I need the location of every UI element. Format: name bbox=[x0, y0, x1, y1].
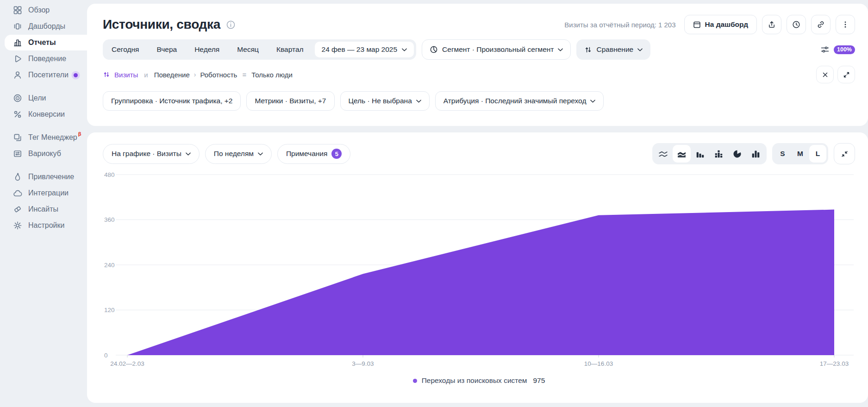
sidebar-item-label: Привлечение bbox=[28, 173, 74, 181]
sidebar-item-tag-manager[interactable]: Тег Менеджерβ bbox=[5, 130, 87, 145]
filter-actions bbox=[816, 66, 855, 83]
period-tab[interactable]: Месяц bbox=[228, 39, 268, 60]
compare-chip[interactable]: Сравнение bbox=[576, 39, 650, 60]
period-tab[interactable]: Квартал bbox=[268, 39, 312, 60]
notes-count-badge: 5 bbox=[331, 149, 342, 159]
sidebar-item-attraction[interactable]: Привлечение bbox=[5, 169, 87, 185]
history-button[interactable] bbox=[787, 15, 806, 34]
attraction-icon bbox=[13, 172, 22, 182]
conversions-icon bbox=[13, 110, 22, 119]
chevron-down-icon bbox=[186, 152, 191, 156]
sidebar-item-variocube[interactable]: Вариокуб bbox=[5, 146, 87, 162]
area-chart-svg: 012024036048024.02—2.033—9.0310—16.0317—… bbox=[103, 171, 855, 370]
column-chart-type-button[interactable] bbox=[747, 145, 765, 163]
line-chart-icon bbox=[658, 149, 668, 159]
chart-size-s[interactable]: S bbox=[774, 145, 791, 163]
line-chart-type-button[interactable] bbox=[654, 145, 672, 163]
sidebar-item-label: Цели bbox=[28, 94, 46, 102]
expand-icon bbox=[843, 71, 850, 78]
svg-text:240: 240 bbox=[104, 262, 115, 269]
chevron-down-icon bbox=[416, 100, 421, 103]
sampling-control[interactable]: 100% bbox=[820, 45, 855, 54]
pie-chart-type-button[interactable] bbox=[728, 145, 746, 163]
segment-chip[interactable]: Сегмент · Произвольный сегмент bbox=[422, 39, 571, 60]
goals-icon bbox=[13, 94, 22, 103]
sidebar-item-label: Вариокуб bbox=[28, 150, 61, 158]
sidebar-item-label: Поведение bbox=[28, 55, 66, 63]
sidebar-item-label: Инсайты bbox=[28, 205, 58, 213]
period-tabs: СегодняВчераНеделяМесяцКвартал24 фев — 2… bbox=[103, 39, 416, 60]
sidebar-item-conversions[interactable]: Конверсии bbox=[5, 106, 87, 122]
main-content: Источники, сводка Визиты за отчётный пер… bbox=[87, 0, 868, 407]
attribution-chip[interactable]: Атрибуция · Последний значимый переход bbox=[435, 91, 604, 111]
clear-filter-button[interactable] bbox=[816, 66, 834, 83]
notes-chip[interactable]: Примечания5 bbox=[277, 144, 351, 164]
more-menu-button[interactable] bbox=[836, 15, 855, 34]
kebab-icon bbox=[841, 20, 849, 29]
sidebar: ОбзорДашбордыОтчетыПоведениеПосетителиЦе… bbox=[0, 0, 87, 407]
grouping-chip-label: Группировка · Источник трафика, +2 bbox=[111, 97, 232, 105]
sampling-badge: 100% bbox=[834, 45, 855, 54]
compare-label: Сравнение bbox=[596, 45, 633, 54]
report-header-card: Источники, сводка Визиты за отчётный пер… bbox=[87, 4, 868, 126]
sidebar-item-goals[interactable]: Цели bbox=[5, 90, 87, 106]
filter-field[interactable]: Роботность bbox=[200, 71, 237, 79]
chart-legend[interactable]: Переходы из поисковых систем 975 bbox=[103, 376, 855, 385]
share-button[interactable] bbox=[762, 15, 781, 34]
filter-value[interactable]: Только люди bbox=[251, 71, 293, 79]
on-chart-metric-chip[interactable]: На графике · Визиты bbox=[103, 144, 200, 164]
sidebar-item-label: Тег Менеджер bbox=[28, 133, 77, 142]
stacked-bar-chart-icon bbox=[714, 149, 724, 159]
sidebar-group: ОбзорДашбордыОтчетыПоведениеПосетители bbox=[0, 2, 87, 83]
area-chart-type-button[interactable] bbox=[673, 145, 691, 163]
sidebar-item-reports[interactable]: Отчеты bbox=[5, 35, 87, 50]
date-range-picker[interactable]: 24 фев — 23 мар 2025 bbox=[315, 42, 414, 57]
sidebar-item-behavior[interactable]: Поведение bbox=[5, 51, 87, 67]
segment-icon bbox=[430, 45, 438, 54]
area-chart-icon bbox=[677, 149, 687, 159]
grouping-chip[interactable]: Группировка · Источник трафика, +2 bbox=[103, 91, 241, 111]
copy-link-button[interactable] bbox=[811, 15, 831, 34]
sidebar-item-visitors[interactable]: Посетители bbox=[5, 67, 87, 83]
clock-icon bbox=[792, 20, 800, 29]
beta-badge: β bbox=[78, 131, 81, 137]
granularity-chip[interactable]: По неделям bbox=[205, 144, 272, 164]
sidebar-item-dashboards[interactable]: Дашборды bbox=[5, 19, 87, 34]
info-icon[interactable] bbox=[226, 20, 236, 30]
sidebar-item-settings[interactable]: Настройки bbox=[5, 218, 87, 233]
sidebar-group: ПривлечениеИнтеграцииИнсайтыНастройки bbox=[0, 169, 87, 233]
variocube-icon bbox=[13, 149, 22, 158]
sidebar-item-integrations[interactable]: Интеграции bbox=[5, 185, 87, 201]
to-dashboard-button[interactable]: На дашборд bbox=[684, 15, 757, 34]
date-range-label: 24 фев — 23 мар 2025 bbox=[322, 45, 398, 54]
expand-filter-button[interactable] bbox=[837, 66, 855, 83]
goal-chip[interactable]: Цель · Не выбрана bbox=[340, 91, 430, 111]
bar-chart-type-button[interactable] bbox=[691, 145, 709, 163]
tag-manager-icon bbox=[13, 133, 22, 142]
svg-text:24.02—2.03: 24.02—2.03 bbox=[110, 360, 144, 367]
metrics-chip[interactable]: Метрики · Визиты, +7 bbox=[246, 91, 334, 111]
period-tab[interactable]: Вчера bbox=[148, 39, 186, 60]
filter-conjunction: и bbox=[144, 71, 148, 79]
sidebar-item-overview[interactable]: Обзор bbox=[5, 2, 87, 18]
behavior-icon bbox=[13, 54, 22, 63]
stacked-bar-chart-type-button[interactable] bbox=[710, 145, 728, 163]
period-tab[interactable]: Неделя bbox=[186, 39, 228, 60]
chart-size-m[interactable]: M bbox=[792, 145, 809, 163]
svg-text:360: 360 bbox=[104, 216, 115, 223]
notes-chip-label: Примечания bbox=[286, 150, 328, 158]
insights-icon bbox=[13, 205, 22, 214]
sliders-icon bbox=[820, 45, 830, 54]
collapse-chart-button[interactable] bbox=[834, 143, 855, 164]
filter-metric[interactable]: Визиты bbox=[114, 71, 138, 79]
period-tab[interactable]: Сегодня bbox=[103, 39, 148, 60]
chart-size-l[interactable]: L bbox=[809, 145, 826, 163]
collapse-icon bbox=[841, 150, 848, 157]
visits-area-chart[interactable]: 012024036048024.02—2.033—9.0310—16.0317—… bbox=[103, 171, 855, 370]
legend-label: Переходы из поисковых систем bbox=[422, 376, 527, 385]
filter-group[interactable]: Поведение bbox=[154, 71, 190, 79]
compare-icon bbox=[584, 46, 592, 54]
sidebar-item-insights[interactable]: Инсайты bbox=[5, 201, 87, 217]
segment-label: Сегмент · Произвольный сегмент bbox=[442, 45, 554, 54]
legend-value: 975 bbox=[533, 376, 545, 385]
